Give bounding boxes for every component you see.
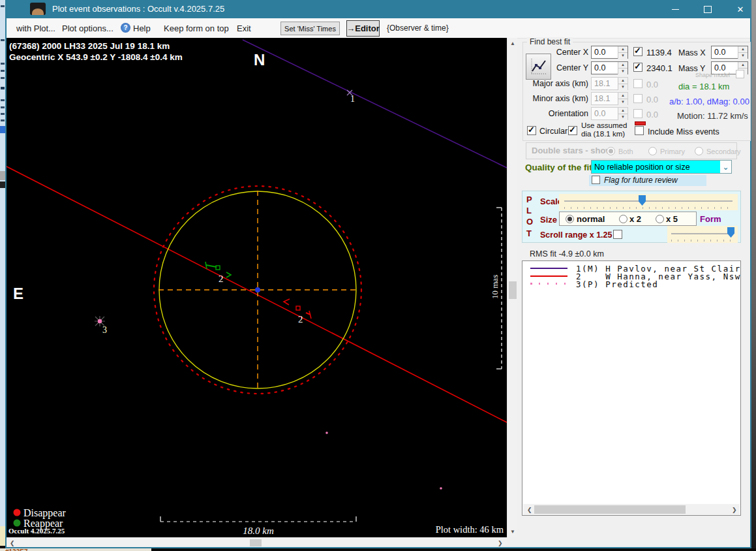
spin-down-icon[interactable]: ▼ xyxy=(618,69,627,74)
spin-down-icon[interactable]: ▼ xyxy=(618,53,627,59)
maximize-button[interactable] xyxy=(693,1,723,18)
predicted-dot xyxy=(440,487,442,490)
double-both-radio[interactable] xyxy=(607,147,615,155)
motion-text: Motion: 11.72 km/s xyxy=(677,111,748,121)
size-normal-radio[interactable] xyxy=(566,215,574,223)
spin-down-icon: ▼ xyxy=(618,99,627,105)
predicted-dot xyxy=(325,432,328,434)
menu-keep-on-top[interactable]: Keep form on top xyxy=(164,24,229,33)
orientation-spinner[interactable]: 0.0 ▲▼ xyxy=(591,107,628,120)
predicted-swatch xyxy=(530,283,567,285)
plot-hscroll-thumb[interactable] xyxy=(250,539,262,546)
chord2-line xyxy=(7,166,507,422)
orientation-checkbox[interactable] xyxy=(633,109,643,118)
red-line-indicator xyxy=(635,121,646,125)
find-best-fit-label: Find best fit xyxy=(527,37,573,46)
center-x-spinner[interactable]: 0.0 ▲▼ xyxy=(591,46,628,59)
sliver-mark xyxy=(1,77,5,79)
minor-axis-checkbox[interactable] xyxy=(633,94,643,103)
rms-fit-text: RMS fit -4.9 ±0.0 km xyxy=(530,249,604,259)
scroll-up-icon[interactable]: ▲ xyxy=(510,40,515,47)
size-radio-group: normal x 2 x 5 xyxy=(559,212,697,226)
major-axis-checkbox[interactable] xyxy=(633,79,643,88)
double-secondary-label: Secondary xyxy=(706,148,741,155)
scroll-left-icon[interactable]: ❮ xyxy=(10,540,15,546)
spin-up-icon: ▲ xyxy=(618,78,627,84)
x-fit-checkbox[interactable]: ✓ xyxy=(633,47,643,56)
quality-dropdown-button[interactable]: ⌄ xyxy=(720,161,731,173)
circular-checkbox[interactable]: ✓ xyxy=(527,126,536,135)
menu-exit[interactable]: Exit xyxy=(237,24,251,33)
title-bar[interactable]: Plot event observations : Occult v.4.202… xyxy=(5,0,751,18)
editor-button[interactable]: →Editor xyxy=(346,20,380,37)
scroll-range-checkbox[interactable] xyxy=(613,230,622,239)
plot-canvas[interactable]: 1 2 2 3 (67368) 2000 LH33 2025 Jul 19 18… xyxy=(7,38,507,537)
legend-reappear-dot xyxy=(14,520,21,527)
mass-x-spinner[interactable]: 0.0 ▲▼ xyxy=(711,46,748,59)
background-window-sliver xyxy=(0,0,5,551)
double-stars-label: Double stars - show xyxy=(532,146,612,155)
spin-up-icon[interactable]: ▲ xyxy=(618,46,627,53)
minimize-button[interactable] xyxy=(660,1,690,18)
double-primary-radio[interactable] xyxy=(648,147,657,155)
opacity-slider-track xyxy=(671,233,734,234)
double-secondary-radio[interactable] xyxy=(695,147,703,155)
bottom-strip-left: #133E7 xyxy=(0,548,151,551)
observer-list[interactable]: 1(M) H Pavlov, near St Clair 2 W Hanna, … xyxy=(522,260,741,516)
major-axis-label: Major axis (km) xyxy=(526,79,588,88)
menu-plot-options[interactable]: Plot options... xyxy=(62,24,113,33)
opacity-slider-thumb[interactable] xyxy=(727,227,734,238)
sliver-mark xyxy=(1,106,5,108)
size-label: Size xyxy=(540,215,557,225)
opacity-slider[interactable] xyxy=(667,226,738,243)
menu-help[interactable]: Help xyxy=(133,24,151,33)
set-miss-times-button[interactable]: Set 'Miss' Times xyxy=(280,22,340,35)
scale-slider-track xyxy=(564,200,733,202)
bottom-strip-right xyxy=(151,548,756,551)
v-scale-label: 10 mas xyxy=(490,275,500,299)
scroll-left-icon[interactable]: ❮ xyxy=(527,507,532,513)
sliver-mark xyxy=(1,5,5,7)
plot-control-panel: PLOT Scale Size normal x 2 x 5 Form opac… xyxy=(522,191,741,243)
minor-axis-spinner[interactable]: 18.1 ▲▼ xyxy=(591,92,628,105)
include-miss-checkbox[interactable] xyxy=(635,126,644,135)
double-primary-label: Primary xyxy=(660,148,685,155)
observer-list-hscrollbar[interactable]: ❮ ❯ xyxy=(523,504,740,515)
scale-slider-thumb[interactable] xyxy=(639,195,646,206)
spin-down-icon[interactable]: ▼ xyxy=(738,53,748,59)
center-y-spinner[interactable]: 0.0 ▲▼ xyxy=(591,61,628,74)
scroll-down-icon[interactable]: ▼ xyxy=(510,529,515,535)
sliver-mark xyxy=(0,181,5,188)
quality-combobox[interactable]: No reliable position or size ⌄ xyxy=(591,160,732,174)
double-both-label: Both xyxy=(618,148,633,155)
spin-up-icon[interactable]: ▲ xyxy=(738,46,748,53)
flag-review-checkbox[interactable] xyxy=(592,176,600,184)
observer-list-hscroll-thumb[interactable] xyxy=(534,505,686,514)
plot-vscrollbar[interactable]: ▲ ▼ xyxy=(507,38,517,537)
spin-up-icon[interactable]: ▲ xyxy=(738,62,748,69)
scale-slider[interactable] xyxy=(559,194,738,210)
scroll-right-icon[interactable]: ❯ xyxy=(498,540,503,546)
app-icon-shape xyxy=(32,8,44,15)
x-check-value: 1139.4 xyxy=(646,48,672,57)
spin-down-icon: ▼ xyxy=(618,84,627,90)
check-icon: ✓ xyxy=(634,61,641,71)
y-fit-checkbox[interactable]: ✓ xyxy=(633,63,643,72)
scroll-right-icon[interactable]: ❯ xyxy=(732,507,737,513)
check-icon: ✓ xyxy=(528,125,535,134)
use-assumed-checkbox[interactable]: ✓ xyxy=(568,126,577,135)
spin-up-icon[interactable]: ▲ xyxy=(618,62,627,69)
plot-vscroll-thumb[interactable] xyxy=(509,281,517,299)
list-item[interactable]: 3(P) Predicted xyxy=(529,280,738,288)
size-x5-radio[interactable] xyxy=(656,215,664,223)
include-miss-label: Include Miss events xyxy=(648,127,719,136)
major-axis-spinner[interactable]: 18.1 ▲▼ xyxy=(591,77,628,90)
shape-model-checkbox[interactable] xyxy=(736,70,744,78)
close-button[interactable]: ✕ xyxy=(725,1,755,18)
scale-slider-ticks xyxy=(564,207,733,209)
menu-with-plot[interactable]: with Plot... xyxy=(16,24,55,33)
plot-hscrollbar[interactable]: ❮ ❯ xyxy=(7,537,507,547)
size-x2-radio[interactable] xyxy=(619,215,627,223)
sliver-mark xyxy=(1,119,5,121)
sliver-mark xyxy=(1,87,5,89)
